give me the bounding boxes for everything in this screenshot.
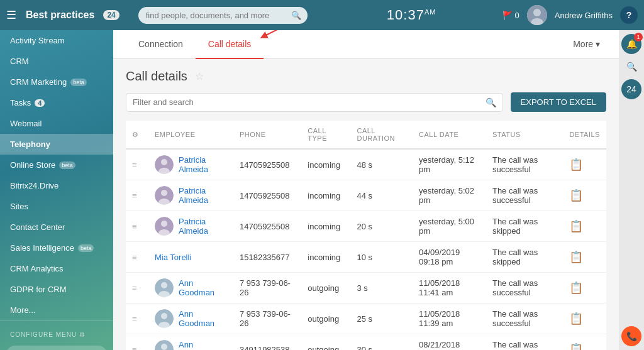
employee-name[interactable]: Patricia Almeida — [179, 186, 227, 205]
table-row: ≡Ann Goodman7 953 739-06-26outgoing25 s1… — [126, 304, 606, 334]
menu-icon[interactable]: ☰ — [6, 8, 16, 22]
global-search: 🔍 — [138, 7, 308, 24]
col-call-type: Call Type — [301, 121, 350, 149]
avatar[interactable] — [527, 5, 547, 25]
table-row: ≡Ann Goodman34911982538outgoing30 s08/21… — [126, 334, 606, 351]
counter-button[interactable]: 24 — [621, 79, 641, 99]
call-button[interactable]: 📞 — [621, 326, 641, 346]
details-icon[interactable]: 📋 — [569, 282, 583, 294]
sidebar-item-tasks[interactable]: Tasks 4 — [0, 92, 113, 113]
sidebar-item-crm-analytics[interactable]: CRM Analytics — [0, 258, 113, 279]
favorite-icon[interactable]: ☆ — [195, 70, 204, 82]
employee-name[interactable]: Ann Goodman — [179, 309, 227, 328]
row-handle[interactable]: ≡ — [126, 304, 148, 334]
tab-call-details[interactable]: Call details 2 — [196, 30, 264, 59]
call-type-cell: incoming — [301, 149, 350, 180]
sidebar-item-telephony[interactable]: Telephony — [0, 134, 113, 155]
username-label[interactable]: Andrew Griffiths — [555, 11, 613, 20]
call-date-cell: 08/21/2018 12:57 pm — [413, 334, 486, 351]
sidebar-item-crm-marketing[interactable]: CRM Marketing beta — [0, 72, 113, 92]
phone-cell: 15182335677 — [233, 242, 301, 273]
configure-menu-btn[interactable]: CONFIGURE MENU ⚙ — [0, 326, 113, 343]
sidebar-item-sites[interactable]: Sites — [0, 196, 113, 217]
sidebar-item-activity-stream[interactable]: Activity Stream — [0, 30, 113, 51]
call-type-cell: outgoing — [301, 334, 350, 351]
employee-cell: Patricia Almeida — [148, 149, 233, 180]
sidebar-item-sales-intelligence[interactable]: Sales Intelligence beta — [0, 238, 113, 258]
sidebar-item-crm[interactable]: CRM — [0, 51, 113, 72]
right-panel: Connection Call details 2 More ▾ Call de… — [113, 30, 619, 350]
row-handle[interactable]: ≡ — [126, 149, 148, 180]
employee-cell: Patricia Almeida — [148, 180, 233, 211]
details-cell[interactable]: 📋 — [563, 273, 606, 304]
call-type-cell: outgoing — [301, 304, 350, 334]
phone-cell: 7 953 739-06-26 — [233, 304, 301, 334]
col-employee: Employee — [148, 121, 233, 149]
status-cell: The call was skipped — [486, 242, 563, 273]
details-cell[interactable]: 📋 — [563, 149, 606, 180]
notifications-button[interactable]: 🔔 1 — [621, 34, 641, 54]
employee-name[interactable]: Ann Goodman — [179, 340, 227, 350]
sidebar-item-bitrix24-drive[interactable]: Bitrix24.Drive — [0, 175, 113, 196]
search-side-button[interactable]: 🔍 — [621, 57, 641, 77]
sidebar-item-gdpr-for-crm[interactable]: GDPR for CRM — [0, 279, 113, 300]
row-handle[interactable]: ≡ — [126, 242, 148, 273]
call-date-cell: yesterday, 5:12 pm — [413, 149, 486, 180]
invite-users-btn[interactable]: + INVITE USERS — [6, 346, 107, 350]
col-call-duration: Call Duration — [350, 121, 413, 149]
details-icon[interactable]: 📋 — [569, 158, 583, 171]
call-duration-cell: 48 s — [350, 149, 413, 180]
avatar — [155, 217, 174, 236]
settings-col-icon[interactable]: ⚙ — [132, 131, 139, 138]
sidebar-item-online-store[interactable]: Online Store beta — [0, 155, 113, 175]
table-row: ≡Ann Goodman7 953 739-06-26outgoing3 s11… — [126, 273, 606, 304]
row-handle[interactable]: ≡ — [126, 211, 148, 242]
details-icon[interactable]: 📋 — [569, 312, 583, 325]
col-phone: Phone — [233, 121, 301, 149]
call-duration-cell: 30 s — [350, 334, 413, 351]
details-icon[interactable]: 📋 — [569, 251, 583, 263]
employee-name[interactable]: Patricia Almeida — [179, 217, 227, 236]
details-cell[interactable]: 📋 — [563, 334, 606, 351]
details-cell[interactable]: 📋 — [563, 242, 606, 273]
table-row: ≡Patricia Almeida14705925508incoming48 s… — [126, 149, 606, 180]
col-call-date: Call Date — [413, 121, 486, 149]
details-cell[interactable]: 📋 — [563, 211, 606, 242]
details-icon[interactable]: 📋 — [569, 189, 583, 202]
app-badge: 24 — [103, 10, 119, 20]
help-button[interactable]: ? — [620, 6, 638, 24]
employee-name[interactable]: Ann Goodman — [179, 278, 227, 297]
tab-more[interactable]: More ▾ — [567, 30, 606, 58]
row-handle[interactable]: ≡ — [126, 180, 148, 211]
call-date-cell: yesterday, 5:00 pm — [413, 211, 486, 242]
search-input[interactable] — [138, 7, 308, 24]
export-to-excel-button[interactable]: EXPORT TO EXCEL — [511, 92, 606, 112]
phone-cell: 14705925508 — [233, 149, 301, 180]
details-cell[interactable]: 📋 — [563, 304, 606, 334]
phone-cell: 14705925508 — [233, 180, 301, 211]
call-details-table: ⚙ Employee Phone Call Type Call Duration… — [126, 121, 606, 350]
details-icon[interactable]: 📋 — [569, 343, 583, 350]
status-cell: The call was successful — [486, 304, 563, 334]
sidebar-item-webmail[interactable]: Webmail — [0, 113, 113, 134]
status-cell: The call was successful — [486, 149, 563, 180]
call-duration-cell: 20 s — [350, 211, 413, 242]
employee-name[interactable]: Patricia Almeida — [179, 155, 227, 174]
svg-point-21 — [161, 344, 167, 350]
tab-connection[interactable]: Connection — [126, 30, 196, 59]
employee-name[interactable]: Mia Torelli — [155, 253, 191, 262]
details-cell[interactable]: 📋 — [563, 180, 606, 211]
filter-input[interactable] — [133, 97, 486, 107]
sidebar-item-contact-center[interactable]: Contact Center — [0, 217, 113, 238]
col-status: Status — [486, 121, 563, 149]
sidebar: Activity Stream CRM CRM Marketing beta T… — [0, 30, 113, 350]
row-handle[interactable]: ≡ — [126, 334, 148, 351]
row-handle[interactable]: ≡ — [126, 273, 148, 304]
sidebar-item-more[interactable]: More... — [0, 300, 113, 320]
call-type-cell: incoming — [301, 180, 350, 211]
details-icon[interactable]: 📋 — [569, 220, 583, 232]
content-area: Call details ☆ 🔍 EXPORT TO EXCEL ⚙ Emplo… — [113, 59, 619, 350]
filter-search-icon: 🔍 — [486, 97, 496, 107]
tasks-badge: 4 — [35, 99, 45, 107]
beta-badge-2: beta — [59, 161, 75, 169]
